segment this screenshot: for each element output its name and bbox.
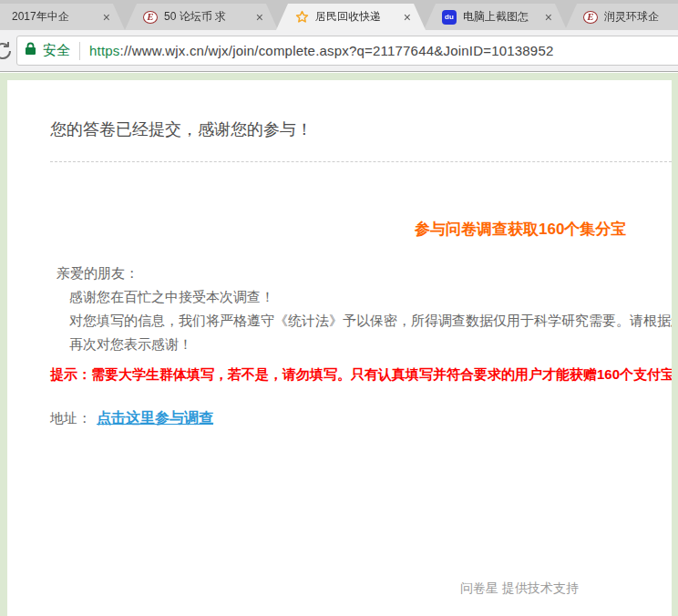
warning-text: 提示：需要大学生群体填写，若不是，请勿填写。只有认真填写并符合要求的用户才能获赠… — [50, 366, 672, 384]
reload-icon[interactable] — [0, 40, 14, 66]
document-icon — [0, 10, 5, 25]
submitted-message: 您的答卷已经提交，感谢您的参与！ — [50, 118, 313, 140]
tab-diannao-jietu[interactable]: du 电脑上截图怎 × — [424, 4, 567, 30]
tab-bar: 2017年中企 × E 50 论坛币 求 × 居民回收快递 × du 电脑上截图… — [0, 0, 678, 30]
tab-2017-zhongqi[interactable]: 2017年中企 × — [0, 4, 125, 30]
letter-greeting: 亲爱的朋友： — [56, 262, 672, 285]
tab-runling-huanqiu[interactable]: E 润灵环球企 × — [565, 4, 678, 30]
e-forum-icon: E — [143, 10, 158, 25]
star-icon — [294, 10, 309, 25]
close-icon[interactable]: × — [254, 11, 265, 24]
promo-text: 参与问卷调查获取160个集分宝 — [415, 219, 626, 240]
address-label: 地址： — [50, 410, 91, 426]
omnibox-divider — [79, 42, 80, 60]
tab-title: 润灵环球企 — [604, 9, 678, 25]
secure-label: 安全 — [43, 42, 70, 59]
footer-credit: 问卷星 提供技术支持 — [460, 580, 579, 597]
lock-icon — [25, 42, 36, 59]
page-viewport: 您的答卷已经提交，感谢您的参与！ 参与问卷调查获取160个集分宝 亲爱的朋友： … — [0, 73, 678, 616]
address-bar[interactable]: 安全 https://www.wjx.cn/wjx/join/complete.… — [16, 36, 678, 66]
thank-you-letter: 亲爱的朋友： 感谢您在百忙之中接受本次调查！ 对您填写的信息，我们将严格遵守《统… — [56, 262, 672, 356]
close-icon[interactable]: × — [402, 11, 413, 24]
address-line: 地址：点击这里参与调查 — [50, 409, 213, 428]
survey-complete-card: 您的答卷已经提交，感谢您的参与！ 参与问卷调查获取160个集分宝 亲爱的朋友： … — [7, 80, 672, 616]
dashed-divider — [50, 161, 672, 162]
close-icon[interactable]: × — [543, 11, 554, 24]
tab-title: 居民回收快递 — [315, 9, 398, 25]
close-icon[interactable]: × — [101, 11, 112, 24]
url-scheme: https — [89, 43, 120, 58]
e-forum-icon: E — [583, 10, 598, 25]
browser-window: 2017年中企 × E 50 论坛币 求 × 居民回收快递 × du 电脑上截图… — [0, 0, 678, 616]
survey-link[interactable]: 点击这里参与调查 — [97, 410, 213, 426]
baidu-icon: du — [442, 10, 457, 25]
url-rest: ://www.wjx.cn/wjx/join/complete.aspx?q=2… — [120, 43, 554, 58]
tab-jumin-huishou-active[interactable]: 居民回收快递 × — [276, 4, 426, 30]
url-text: https://www.wjx.cn/wjx/join/complete.asp… — [89, 43, 553, 58]
letter-line: 感谢您在百忙之中接受本次调查！ — [69, 285, 672, 309]
tab-luntan-bi[interactable]: E 50 论坛币 求 × — [125, 4, 278, 30]
tab-title: 2017年中企 — [12, 9, 98, 25]
browser-toolbar: 安全 https://www.wjx.cn/wjx/join/complete.… — [0, 30, 678, 72]
letter-line: 再次对您表示感谢！ — [69, 333, 672, 356]
tab-title: 50 论坛币 求 — [164, 9, 251, 25]
tab-title: 电脑上截图怎 — [463, 9, 539, 25]
letter-line: 对您填写的信息，我们将严格遵守《统计法》予以保密，所得调查数据仅用于科学研究需要… — [69, 309, 672, 333]
